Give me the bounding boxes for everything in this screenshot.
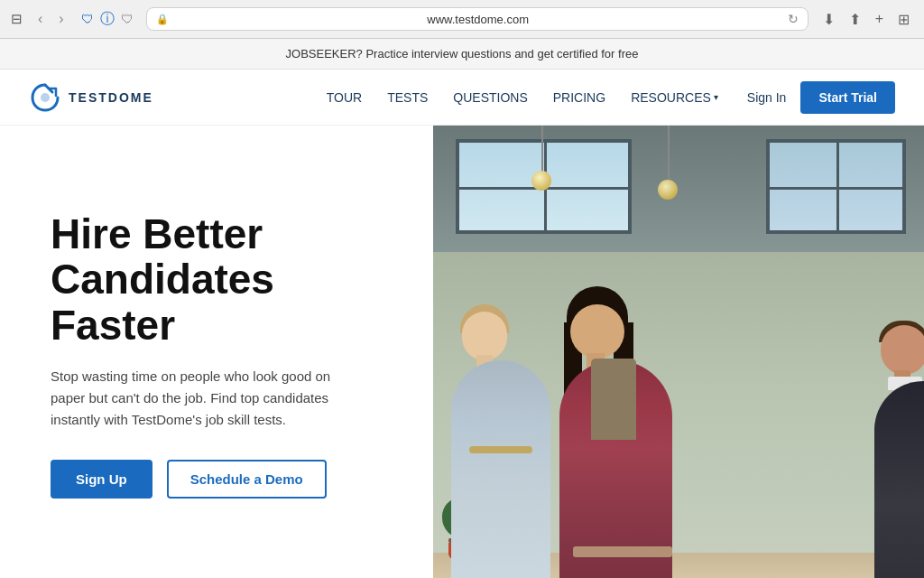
logo-link[interactable]: TESTDOME <box>29 81 153 114</box>
start-trial-button[interactable]: Start Trial <box>800 81 895 114</box>
sidebar-toggle-icon[interactable]: ⊟ <box>11 11 23 27</box>
pendant-bulb-1 <box>531 171 551 191</box>
hero-buttons: Sign Up Schedule a Demo <box>51 460 397 499</box>
hero-left: Hire BetterCandidates Faster Stop wastin… <box>0 126 433 578</box>
chevron-down-icon: ▾ <box>714 92 718 102</box>
back-button[interactable]: ‹ <box>33 10 47 28</box>
nav-pricing[interactable]: PRICING <box>553 90 605 105</box>
announcement-text: JOBSEEKER? Practice interview questions … <box>286 47 639 61</box>
pendant-cord-1 <box>541 126 543 175</box>
toolbar-actions: ⬇ ⬆ + ⊞ <box>819 9 913 30</box>
url-text: www.testdome.com <box>174 13 782 26</box>
announcement-bar: JOBSEEKER? Practice interview questions … <box>0 39 924 70</box>
resources-label: RESOURCES <box>631 90 711 105</box>
demo-button[interactable]: Schedule a Demo <box>167 460 327 499</box>
nav-tests[interactable]: TESTS <box>387 90 428 105</box>
main-nav: TESTDOME TOUR TESTS QUESTIONS PRICING RE… <box>0 70 924 126</box>
nav-links: TOUR TESTS QUESTIONS PRICING RESOURCES ▾ <box>327 90 718 105</box>
hero-heading: Hire BetterCandidates Faster <box>51 211 397 349</box>
logo-text: TESTDOME <box>69 90 153 105</box>
new-tab-button[interactable]: + <box>872 9 887 29</box>
pendant-cord-2 <box>668 126 670 184</box>
sign-in-button[interactable]: Sign In <box>747 90 787 105</box>
window-controls: ⊟ <box>11 11 23 27</box>
privacy-icon: ⓘ <box>99 11 116 27</box>
pendant-bulb-2 <box>658 180 678 200</box>
hero-image-area <box>433 126 924 578</box>
download-button[interactable]: ⬇ <box>819 9 838 30</box>
nav-resources[interactable]: RESOURCES ▾ <box>631 90 718 105</box>
logo-icon <box>29 81 61 114</box>
nav-tour[interactable]: TOUR <box>327 90 362 105</box>
nav-actions: Sign In Start Trial <box>747 81 895 114</box>
lock-icon: 🔒 <box>156 14 169 25</box>
table-edge <box>573 546 672 557</box>
nav-questions[interactable]: QUESTIONS <box>453 90 527 105</box>
forward-button[interactable]: › <box>54 10 68 28</box>
ceiling-area <box>433 126 924 270</box>
browser-toolbar: ⊟ ‹ › 🛡 ⓘ 🛡 🔒 www.testdome.com ↻ ⬇ ⬆ + ⊞ <box>0 0 924 38</box>
shield-blue-icon: 🛡 <box>79 11 96 27</box>
window-right <box>766 139 906 234</box>
grid-button[interactable]: ⊞ <box>894 9 913 30</box>
address-bar[interactable]: 🔒 www.testdome.com ↻ <box>146 7 808 31</box>
svg-point-0 <box>41 93 50 102</box>
reload-button[interactable]: ↻ <box>788 12 799 26</box>
hero-subtext: Stop wasting time on people who look goo… <box>51 366 357 431</box>
shield-gray-icon: 🛡 <box>119 11 135 27</box>
signup-button[interactable]: Sign Up <box>51 460 152 499</box>
hero-section: Hire BetterCandidates Faster Stop wastin… <box>0 126 924 578</box>
shield-icons: 🛡 ⓘ 🛡 <box>79 11 135 27</box>
browser-chrome: ⊟ ‹ › 🛡 ⓘ 🛡 🔒 www.testdome.com ↻ ⬇ ⬆ + ⊞ <box>0 0 924 39</box>
share-button[interactable]: ⬆ <box>845 9 864 30</box>
